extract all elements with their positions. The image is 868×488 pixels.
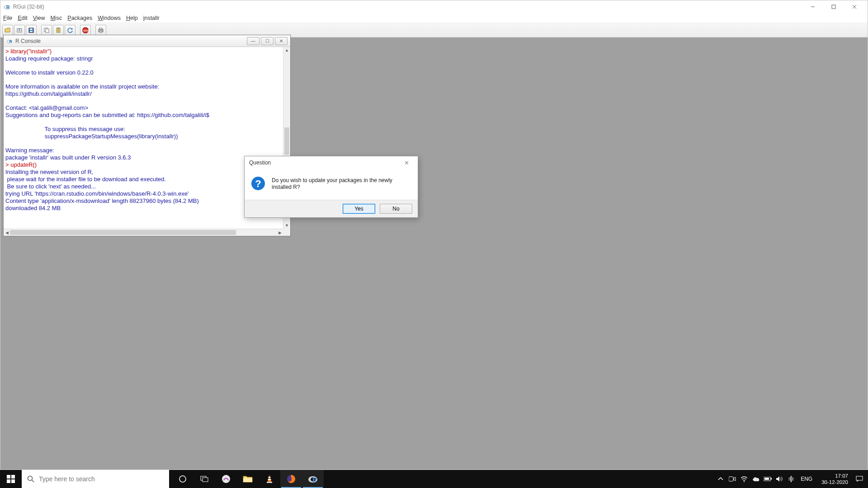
no-button[interactable]: No xyxy=(380,204,412,214)
svg-rect-14 xyxy=(57,28,59,28)
scroll-thumb[interactable] xyxy=(284,127,289,155)
r-logo-icon: R xyxy=(3,3,10,10)
maximize-button[interactable] xyxy=(823,0,844,13)
console-line: https://github.com/talgalili/installr/ xyxy=(5,90,92,97)
close-button[interactable] xyxy=(844,0,865,13)
menubar: File Edit View Misc Packages Windows Hel… xyxy=(0,13,868,23)
svg-rect-37 xyxy=(267,482,272,483)
console-line: To suppress this message use: xyxy=(5,126,125,132)
dialog-close-button[interactable]: ✕ xyxy=(400,158,413,167)
tray-wifi-icon[interactable] xyxy=(740,475,748,483)
console-command: library("installr") xyxy=(10,48,52,55)
svg-rect-28 xyxy=(11,479,15,483)
tray-onedrive-icon[interactable] xyxy=(752,475,760,483)
console-line: More information is available on the ins… xyxy=(5,83,159,90)
yes-button[interactable]: Yes xyxy=(343,204,375,214)
svg-rect-19 xyxy=(99,31,102,33)
toolbar-save-button[interactable] xyxy=(26,25,37,36)
menu-edit[interactable]: Edit xyxy=(18,15,28,21)
svg-rect-48 xyxy=(764,478,769,480)
scroll-up-arrow-icon[interactable]: ▲ xyxy=(283,47,290,53)
taskbar-app-file-explorer[interactable] xyxy=(237,470,259,488)
minimize-button[interactable] xyxy=(802,0,823,13)
scroll-down-arrow-icon[interactable]: ▼ xyxy=(283,222,290,229)
menu-installr[interactable]: installr xyxy=(143,15,160,21)
file-explorer-icon xyxy=(243,475,253,483)
titlebar[interactable]: R RGui (32-bit) xyxy=(0,0,868,13)
menu-view[interactable]: View xyxy=(33,15,45,21)
svg-text:?: ? xyxy=(255,178,261,189)
search-icon xyxy=(27,475,34,483)
tray-action-center-button[interactable] xyxy=(855,475,863,483)
menu-packages[interactable]: Packages xyxy=(67,15,92,21)
dialog-button-row: Yes No xyxy=(245,200,418,217)
taskbar-app-onenote[interactable] xyxy=(215,470,237,488)
console-line: trying URL 'https://cran.rstudio.com/bin… xyxy=(5,190,189,197)
tray-overflow-button[interactable] xyxy=(717,475,725,483)
dialog-titlebar[interactable]: Question ✕ xyxy=(245,156,418,169)
console-titlebar[interactable]: R R Console — ☐ ✕ xyxy=(4,35,290,47)
menu-file[interactable]: File xyxy=(3,15,12,21)
tray-volume-icon[interactable] xyxy=(775,475,783,483)
tray-clock[interactable]: 17:07 30-12-2020 xyxy=(818,473,852,485)
firefox-icon xyxy=(286,474,296,484)
tray-meet-now-icon[interactable] xyxy=(728,475,736,483)
svg-text:R: R xyxy=(6,5,10,10)
console-minimize-button[interactable]: — xyxy=(247,37,259,45)
svg-rect-38 xyxy=(269,477,271,478)
toolbar-refresh-button[interactable] xyxy=(65,25,75,36)
svg-text:R: R xyxy=(9,39,12,44)
svg-rect-33 xyxy=(203,478,208,482)
clock-time: 17:07 xyxy=(821,473,848,479)
mdi-workspace: R R Console — ☐ ✕ > library("installr") … xyxy=(0,38,868,469)
svg-point-31 xyxy=(179,476,186,482)
task-view-button[interactable] xyxy=(193,470,215,488)
console-line: Welcome to installr version 0.22.0 xyxy=(5,69,94,76)
windows-logo-icon xyxy=(7,475,15,483)
tray-language[interactable]: ENG xyxy=(799,476,814,482)
svg-rect-35 xyxy=(243,478,252,482)
dialog-title-text: Question xyxy=(249,160,271,166)
svg-rect-9 xyxy=(30,28,33,30)
svg-rect-47 xyxy=(771,478,772,480)
toolbar-copy-button[interactable] xyxy=(41,25,52,36)
svg-rect-4 xyxy=(832,5,835,9)
start-button[interactable] xyxy=(0,470,22,488)
console-close-button[interactable]: ✕ xyxy=(275,37,288,45)
svg-line-30 xyxy=(32,480,34,483)
taskbar-app-rgui[interactable]: R xyxy=(302,470,324,488)
toolbar-load-workspace-button[interactable] xyxy=(14,25,25,36)
windows-taskbar: Type here to search R ENG 17:07 30-12-20… xyxy=(0,470,868,488)
console-line: Warning message: xyxy=(5,147,54,154)
tray-input-method-icon[interactable] xyxy=(787,475,795,483)
menu-misc[interactable]: Misc xyxy=(51,15,62,21)
console-horizontal-scrollbar[interactable]: ◀ ▶ xyxy=(4,229,283,236)
notification-icon xyxy=(856,476,863,482)
cortana-button[interactable] xyxy=(172,470,193,488)
taskbar-pinned-apps: R xyxy=(172,470,324,488)
console-line: please wait for the installer file to be… xyxy=(5,176,166,183)
toolbar-stop-button[interactable]: STOP xyxy=(80,25,91,36)
scroll-right-arrow-icon[interactable]: ▶ xyxy=(277,230,283,235)
prompt: > xyxy=(5,161,10,168)
scroll-left-arrow-icon[interactable]: ◀ xyxy=(4,230,10,235)
toolbar-print-button[interactable] xyxy=(95,25,106,36)
taskbar-app-vlc[interactable] xyxy=(259,470,280,488)
menu-help[interactable]: Help xyxy=(126,15,138,21)
console-line: Be sure to click 'next' as needed... xyxy=(5,183,96,190)
console-line: package 'installr' was built under R ver… xyxy=(5,154,131,161)
tray-battery-icon[interactable] xyxy=(764,475,772,483)
svg-text:R: R xyxy=(312,476,317,483)
console-title-text: R Console xyxy=(15,38,41,44)
system-tray: ENG 17:07 30-12-2020 xyxy=(717,470,868,488)
search-placeholder: Type here to search xyxy=(39,475,95,483)
resize-grip[interactable] xyxy=(283,229,290,236)
svg-rect-25 xyxy=(7,475,10,479)
menu-windows[interactable]: Windows xyxy=(98,15,121,21)
scroll-thumb[interactable] xyxy=(10,230,236,235)
taskbar-search[interactable]: Type here to search xyxy=(22,470,169,488)
console-maximize-button[interactable]: ☐ xyxy=(261,37,274,45)
toolbar-open-button[interactable] xyxy=(2,25,13,36)
toolbar-paste-button[interactable] xyxy=(53,25,64,36)
taskbar-app-firefox[interactable] xyxy=(280,470,302,488)
